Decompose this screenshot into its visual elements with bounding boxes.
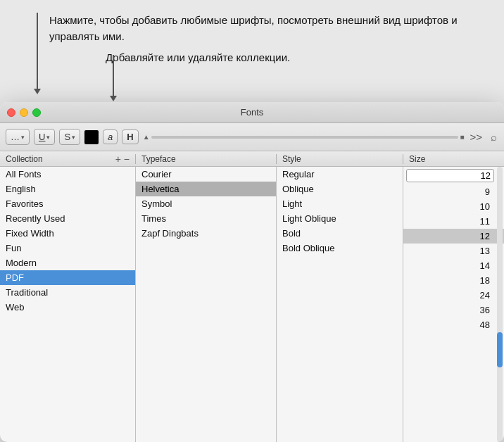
main-content: Collection + − Typeface Style Size All F… <box>0 151 504 442</box>
typeface-item-zapf-dingbats[interactable]: Zapf Dingbats <box>136 226 276 241</box>
style-item-light-oblique[interactable]: Light Oblique <box>277 211 403 226</box>
size-scrollbar[interactable] <box>497 167 503 442</box>
size-item-s48[interactable]: 48 <box>403 317 504 332</box>
collection-item-pdf[interactable]: PDF <box>0 270 135 285</box>
slider-min-icon: ▲ <box>143 133 150 141</box>
size-input-field[interactable] <box>406 169 494 182</box>
toolbar: … ▾ U ▾ S ▾ a H ▲ ■ >> ⌕ <box>0 123 504 151</box>
tooltip-text-1: Нажмите, чтобы добавить любимые шрифты, … <box>49 13 490 44</box>
collection-item-modern[interactable]: Modern <box>0 255 135 270</box>
action-chevron-icon: ▾ <box>21 134 25 141</box>
close-button[interactable] <box>7 108 15 117</box>
window-title: Fonts <box>241 107 264 118</box>
underline-button[interactable]: U ▾ <box>34 129 55 145</box>
collection-column-header: Collection + − <box>0 154 136 164</box>
arrow-left-indicator <box>37 13 38 90</box>
size-item-s24[interactable]: 24 <box>403 288 504 303</box>
collection-header-actions: + − <box>115 154 130 164</box>
underline-chevron-icon: ▾ <box>46 134 50 141</box>
expand-toolbar-button[interactable]: >> <box>468 130 484 144</box>
size-column-header: Size <box>403 154 504 164</box>
collection-header-label: Collection <box>6 154 43 164</box>
size-item-s36[interactable]: 36 <box>403 303 504 317</box>
text-preview-button[interactable]: a <box>103 130 118 144</box>
collection-item-favorites[interactable]: Favorites <box>0 196 135 211</box>
collection-item-fixed-width[interactable]: Fixed Width <box>0 226 135 241</box>
size-item-s18[interactable]: 18 <box>403 273 504 288</box>
typeface-item-courier[interactable]: Courier <box>136 167 276 182</box>
color-swatch-button[interactable] <box>84 130 99 144</box>
titlebar: Fonts <box>0 102 504 123</box>
tooltip-area: Нажмите, чтобы добавить любимые шрифты, … <box>0 0 504 73</box>
typeface-column-header: Typeface <box>136 154 277 164</box>
tooltip-text-2: Добавляйте или удаляйте коллекции. <box>49 50 490 66</box>
maximize-button[interactable] <box>32 108 41 117</box>
size-item-s12[interactable]: 12 <box>403 229 504 244</box>
arrow-right-indicator <box>113 55 114 97</box>
strikethrough-label: S <box>64 132 70 142</box>
slider-track[interactable] <box>151 136 459 139</box>
size-item-s13[interactable]: 13 <box>403 244 504 258</box>
action-menu-button[interactable]: … ▾ <box>6 129 30 145</box>
minimize-button[interactable] <box>20 108 28 117</box>
collection-item-web[interactable]: Web <box>0 300 135 315</box>
collection-list[interactable]: All FontsEnglishFavoritesRecently UsedFi… <box>0 167 136 442</box>
columns-header: Collection + − Typeface Style Size <box>0 151 504 167</box>
columns-body: All FontsEnglishFavoritesRecently UsedFi… <box>0 167 504 442</box>
size-slider[interactable]: ▲ ■ <box>143 133 465 141</box>
collection-item-fun[interactable]: Fun <box>0 241 135 255</box>
action-dots-label: … <box>11 132 20 142</box>
remove-collection-button[interactable]: − <box>124 154 130 164</box>
add-collection-button[interactable]: + <box>115 154 121 164</box>
fonts-window: Fonts … ▾ U ▾ S ▾ a H ▲ ■ >> ⌕ <box>0 102 504 442</box>
style-item-light[interactable]: Light <box>277 196 403 211</box>
underline-label: U <box>39 132 45 142</box>
typeface-item-times[interactable]: Times <box>136 211 276 226</box>
strikethrough-button[interactable]: S ▾ <box>59 129 80 145</box>
size-list[interactable]: 9101112131418243648 <box>403 167 504 442</box>
column-layout-button[interactable]: H <box>122 130 138 144</box>
size-item-s9[interactable]: 9 <box>403 184 504 199</box>
collection-item-traditional[interactable]: Traditional <box>0 285 135 300</box>
size-item-s10[interactable]: 10 <box>403 199 504 214</box>
slider-max-icon: ■ <box>460 133 464 141</box>
search-button[interactable]: ⌕ <box>489 130 498 144</box>
style-item-regular[interactable]: Regular <box>277 167 403 182</box>
style-item-oblique[interactable]: Oblique <box>277 182 403 196</box>
typeface-list[interactable]: CourierHelveticaSymbolTimesZapf Dingbats <box>136 167 277 442</box>
style-item-bold-oblique[interactable]: Bold Oblique <box>277 241 403 255</box>
size-item-s14[interactable]: 14 <box>403 258 504 273</box>
style-item-bold[interactable]: Bold <box>277 226 403 241</box>
toolbar-right-icons: >> ⌕ <box>468 130 498 144</box>
strike-chevron-icon: ▾ <box>72 134 75 141</box>
size-item-s11[interactable]: 11 <box>403 214 504 229</box>
collection-item-recently-used[interactable]: Recently Used <box>0 211 135 226</box>
style-column-header: Style <box>277 154 403 164</box>
typeface-item-helvetica[interactable]: Helvetica <box>136 182 276 196</box>
window-controls <box>7 108 41 117</box>
typeface-item-symbol[interactable]: Symbol <box>136 196 276 211</box>
size-scrollbar-thumb[interactable] <box>497 332 503 367</box>
collection-item-english[interactable]: English <box>0 182 135 196</box>
collection-item-all-fonts[interactable]: All Fonts <box>0 167 135 182</box>
style-list[interactable]: RegularObliqueLightLight ObliqueBoldBold… <box>277 167 403 442</box>
